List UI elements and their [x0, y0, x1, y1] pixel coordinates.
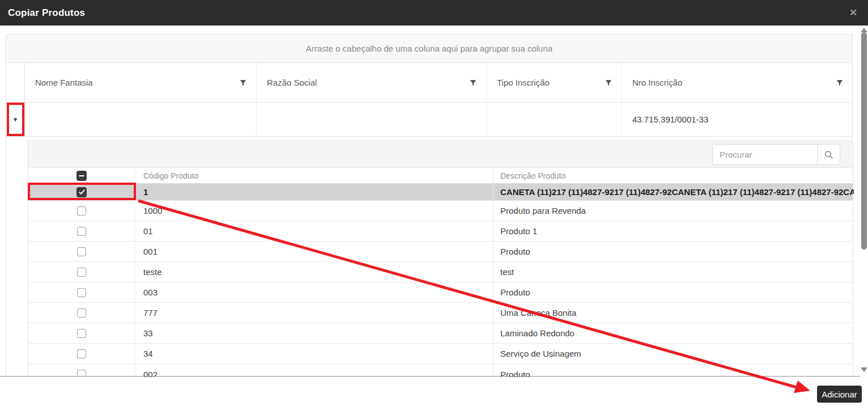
codigo-produto-cell: 01 [135, 221, 493, 241]
descricao-produto-cell: test [493, 262, 854, 282]
row-checkbox[interactable] [77, 268, 86, 277]
descricao-produto-cell: Laminado Redondo [493, 323, 854, 343]
vertical-scrollbar[interactable] [860, 26, 868, 410]
row-checkbox[interactable] [77, 308, 86, 318]
products-grid: Código Produto Descrição Produto 1CANETA… [28, 141, 853, 377]
row-checkbox[interactable] [77, 227, 86, 236]
codigo-produto-cell: 1 [135, 184, 493, 200]
descricao-produto-cell: CANETA (11)217 (11)4827-9217 (11)4827-92… [493, 184, 854, 200]
column-header-tipo-inscricao[interactable]: Tipo Inscrição [487, 63, 622, 102]
table-row[interactable]: 1000Produto para Revenda [28, 201, 853, 221]
codigo-produto-cell: 001 [135, 242, 493, 261]
clipped-row-wrapper: 002Produto [28, 364, 853, 377]
descricao-produto-cell: Produto 1 [493, 221, 854, 241]
select-all-checkbox[interactable] [76, 171, 87, 181]
adicionar-button[interactable]: Adicionar [817, 386, 862, 403]
table-row[interactable]: 001Produto [28, 242, 853, 262]
codigo-produto-cell: 003 [135, 282, 493, 302]
cell-nro-inscricao: 43.715.391/0001-33 [622, 103, 853, 136]
cell-razao-social [257, 103, 487, 136]
filter-icon[interactable] [836, 79, 844, 87]
annotation-arrow-head [794, 381, 810, 393]
search-button[interactable] [817, 145, 840, 164]
group-by-panel[interactable]: Arraste o cabeçalho de uma coluna aqui p… [6, 35, 852, 63]
table-row[interactable]: 003Produto [28, 282, 853, 303]
codigo-produto-cell: 1000 [135, 201, 493, 221]
column-header-descricao-produto[interactable]: Descrição Produto [493, 168, 854, 183]
collapse-row-icon[interactable]: ▾ [14, 116, 18, 123]
search-icon [824, 150, 834, 160]
codigo-produto-cell: 777 [135, 303, 493, 323]
table-row[interactable]: 33Laminado Redondo [28, 323, 853, 344]
codigo-produto-cell: teste [135, 262, 493, 282]
search-box [712, 144, 840, 165]
filter-icon[interactable] [469, 79, 477, 87]
column-header-codigo-produto[interactable]: Código Produto [135, 168, 493, 183]
filter-icon[interactable] [605, 79, 612, 87]
row-checkbox[interactable] [77, 288, 86, 297]
table-row[interactable]: 002Produto [28, 364, 853, 377]
table-row[interactable]: 777Uma Caneca Bonita [28, 303, 853, 323]
cell-tipo-inscricao [487, 103, 622, 136]
row-checkbox[interactable] [77, 206, 86, 215]
product-rows: 1CANETA (11)217 (11)4827-9217 (11)4827-9… [28, 184, 853, 377]
descricao-produto-cell: Produto [493, 282, 854, 302]
codigo-produto-cell: 34 [135, 344, 493, 363]
descricao-produto-cell: Serviço de Usinagem [493, 344, 854, 363]
codigo-produto-cell: 002 [135, 364, 493, 377]
scroll-down-icon[interactable] [861, 367, 867, 372]
descricao-produto-cell: Produto [493, 242, 854, 261]
column-header-razao-social[interactable]: Razão Social [257, 63, 487, 102]
column-header-nome-fantasia[interactable]: Nome Fantasia [25, 63, 257, 102]
modal-title: Copiar Produtos [8, 7, 85, 19]
table-row[interactable]: 34Serviço de Usinagem [28, 344, 853, 364]
descricao-produto-cell: Produto para Revenda [493, 201, 854, 221]
scroll-up-icon[interactable] [861, 28, 867, 32]
table-row[interactable]: 01Produto 1 [28, 221, 853, 242]
column-header-nro-inscricao[interactable]: Nro Inscrição [622, 63, 853, 102]
master-grid: Arraste o cabeçalho de uma coluna aqui p… [6, 34, 853, 376]
scrollbar-thumb[interactable] [861, 32, 867, 250]
table-row[interactable]: testetest [28, 262, 853, 282]
products-toolbar [28, 141, 853, 168]
content-clip-divider [0, 376, 868, 377]
master-grid-row[interactable]: ▾ 43.715.391/0001-33 [6, 103, 852, 137]
codigo-produto-cell: 33 [135, 323, 493, 343]
close-icon[interactable]: ✕ [844, 0, 862, 26]
products-header-row: Código Produto Descrição Produto [28, 168, 853, 184]
row-checkbox[interactable] [77, 349, 86, 358]
descricao-produto-cell: Produto [493, 364, 853, 377]
cell-nome-fantasia [25, 103, 257, 136]
modal-titlebar: Copiar Produtos ✕ [0, 0, 868, 26]
search-input[interactable] [713, 145, 817, 164]
row-checkbox[interactable] [77, 329, 86, 338]
master-grid-header: Nome Fantasia Razão Social Tipo Inscriçã… [6, 63, 852, 103]
descricao-produto-cell: Uma Caneca Bonita [493, 303, 854, 323]
table-row[interactable]: 1CANETA (11)217 (11)4827-9217 (11)4827-9… [28, 184, 853, 201]
filter-icon[interactable] [239, 79, 247, 87]
row-checkbox-checked[interactable] [76, 187, 87, 197]
row-checkbox[interactable] [77, 247, 86, 256]
expand-column-header [6, 63, 25, 102]
group-by-hint: Arraste o cabeçalho de uma coluna aqui p… [306, 44, 552, 53]
